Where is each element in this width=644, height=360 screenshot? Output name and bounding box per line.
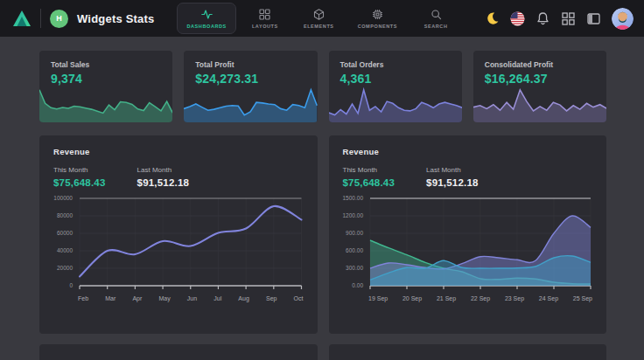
revenue-cards-row: Revenue This Month $75,648.43 Last Month… bbox=[39, 135, 606, 334]
card-title: Revenue bbox=[53, 147, 304, 156]
nav-item-elements[interactable]: ELEMENTS bbox=[294, 3, 344, 34]
y-tick-label: 600.00 bbox=[346, 248, 363, 254]
top-navbar: H Widgets Stats DASHBOARDS LAYOUTS ELEME… bbox=[0, 0, 644, 37]
navbar-actions bbox=[485, 8, 634, 30]
sparkline-chart bbox=[329, 86, 462, 122]
x-tick-label: Sep bbox=[266, 295, 276, 301]
revenue-summary: This Month $75,648.43 Last Month $91,512… bbox=[53, 166, 304, 188]
search-icon bbox=[430, 9, 442, 20]
dashboard-content: Total Sales 9,374 Total Profit $24,273.3… bbox=[0, 37, 644, 360]
y-axis-labels: 100000800006000040000200000 bbox=[53, 196, 78, 289]
this-month-group: This Month $75,648.43 bbox=[53, 166, 106, 188]
x-axis-labels: FebMarAprMayJunJulAugSepOct bbox=[78, 295, 304, 301]
stat-label: Total Orders bbox=[340, 60, 384, 69]
line-chart: 100000800006000040000200000 FebMarAprMay… bbox=[53, 196, 304, 301]
last-month-value: $91,512.18 bbox=[426, 177, 479, 188]
x-tick-label: Apr bbox=[132, 295, 142, 301]
brand: H Widgets Stats bbox=[12, 9, 154, 28]
last-month-group: Last Month $91,512.18 bbox=[426, 166, 479, 188]
stat-label: Total Profit bbox=[195, 60, 234, 69]
revenue-card-line: Revenue This Month $75,648.43 Last Month… bbox=[39, 135, 318, 334]
y-tick-label: 20000 bbox=[57, 266, 73, 272]
y-tick-label: 900.00 bbox=[346, 231, 363, 237]
y-tick-label: 80000 bbox=[57, 213, 73, 219]
x-tick-label: Jun bbox=[187, 295, 197, 301]
x-tick-label: Jul bbox=[214, 295, 221, 301]
stat-cards-row: Total Sales 9,374 Total Profit $24,273.3… bbox=[39, 51, 606, 122]
page-title: Widgets Stats bbox=[77, 12, 154, 25]
divider bbox=[40, 9, 41, 28]
x-tick-label: 21 Sep bbox=[437, 295, 456, 301]
nav-item-dashboards[interactable]: DASHBOARDS bbox=[177, 3, 235, 34]
x-tick-label: Feb bbox=[78, 295, 88, 301]
stat-card-total-sales: Total Sales 9,374 bbox=[39, 51, 172, 122]
sidebar-toggle-icon[interactable] bbox=[586, 11, 601, 26]
x-tick-label: 24 Sep bbox=[539, 295, 558, 301]
area-chart: 1500.001200.00900.00600.00300.000.00 19 … bbox=[343, 196, 593, 301]
activity-icon bbox=[201, 9, 213, 20]
stat-card-total-orders: Total Orders 4,361 bbox=[329, 51, 462, 122]
revenue-summary: This Month $75,648.43 Last Month $91,512… bbox=[343, 166, 593, 188]
nav-item-label: ELEMENTS bbox=[304, 24, 334, 29]
notifications-bell-icon[interactable] bbox=[536, 11, 550, 26]
stat-value: $16,264.37 bbox=[485, 72, 548, 86]
line-chart-svg bbox=[78, 196, 304, 294]
layout-grid-icon bbox=[259, 9, 270, 20]
y-tick-label: 40000 bbox=[57, 248, 73, 254]
nav-item-label: COMPONENTS bbox=[358, 24, 397, 29]
stat-label: Total Sales bbox=[51, 60, 89, 69]
nav-item-layouts[interactable]: LAYOUTS bbox=[241, 3, 290, 34]
sparkline-chart bbox=[39, 86, 172, 122]
stat-card-total-profit: Total Profit $24,273.31 bbox=[184, 51, 317, 122]
x-tick-label: Mar bbox=[105, 295, 116, 301]
this-month-label: This Month bbox=[343, 166, 396, 174]
user-avatar[interactable] bbox=[612, 8, 634, 30]
partial-card bbox=[329, 344, 607, 360]
bottom-cards-row bbox=[39, 344, 606, 360]
y-tick-label: 0 bbox=[69, 283, 73, 289]
last-month-label: Last Month bbox=[137, 166, 190, 174]
x-axis-labels: 19 Sep20 Sep21 Sep22 Sep23 Sep24 Sep25 S… bbox=[368, 295, 592, 301]
nav-item-label: LAYOUTS bbox=[252, 24, 278, 29]
this-month-value: $75,648.43 bbox=[53, 177, 106, 188]
sparkline-chart bbox=[473, 86, 606, 122]
cpu-icon bbox=[372, 9, 383, 20]
nav-item-components[interactable]: COMPONENTS bbox=[348, 3, 407, 34]
this-month-group: This Month $75,648.43 bbox=[343, 166, 396, 188]
plot-area: 19 Sep20 Sep21 Sep22 Sep23 Sep24 Sep25 S… bbox=[368, 196, 592, 301]
nav-item-label: SEARCH bbox=[424, 24, 448, 29]
apps-grid-icon[interactable] bbox=[561, 11, 576, 26]
y-tick-label: 1500.00 bbox=[343, 196, 364, 202]
x-tick-label: 22 Sep bbox=[471, 295, 490, 301]
stat-value: 9,374 bbox=[51, 72, 82, 86]
stat-value: $24,273.31 bbox=[195, 72, 258, 86]
stat-card-consolidated-profit: Consolidated Profit $16,264.37 bbox=[473, 51, 606, 122]
y-tick-label: 300.00 bbox=[346, 266, 363, 272]
us-flag-icon[interactable] bbox=[510, 11, 525, 26]
x-tick-label: May bbox=[158, 295, 170, 301]
y-tick-label: 1200.00 bbox=[343, 213, 364, 219]
x-tick-label: Oct bbox=[294, 295, 304, 301]
y-axis-labels: 1500.001200.00900.00600.00300.000.00 bbox=[343, 196, 369, 289]
y-tick-label: 60000 bbox=[57, 231, 73, 237]
last-month-value: $91,512.18 bbox=[137, 177, 190, 188]
card-title: Revenue bbox=[343, 147, 593, 156]
stat-value: 4,361 bbox=[340, 72, 372, 86]
app-logo-icon[interactable] bbox=[12, 10, 32, 27]
x-tick-label: Aug bbox=[238, 295, 248, 301]
main-nav: DASHBOARDS LAYOUTS ELEMENTS COMPONENTS bbox=[177, 3, 460, 34]
cube-icon bbox=[313, 9, 325, 20]
x-tick-label: 19 Sep bbox=[368, 295, 388, 301]
last-month-group: Last Month $91,512.18 bbox=[137, 166, 190, 188]
this-month-value: $75,648.43 bbox=[343, 177, 396, 188]
workspace-avatar[interactable]: H bbox=[50, 10, 68, 28]
revenue-card-area: Revenue This Month $75,648.43 Last Month… bbox=[329, 135, 607, 334]
dark-mode-moon-icon[interactable] bbox=[485, 11, 500, 26]
plot-area: FebMarAprMayJunJulAugSepOct bbox=[78, 196, 304, 301]
x-tick-label: 25 Sep bbox=[573, 295, 592, 301]
y-tick-label: 0.00 bbox=[352, 283, 363, 289]
nav-item-label: DASHBOARDS bbox=[186, 24, 226, 29]
sparkline-chart bbox=[184, 86, 317, 122]
this-month-label: This Month bbox=[53, 166, 106, 174]
nav-item-search[interactable]: SEARCH bbox=[411, 3, 460, 34]
